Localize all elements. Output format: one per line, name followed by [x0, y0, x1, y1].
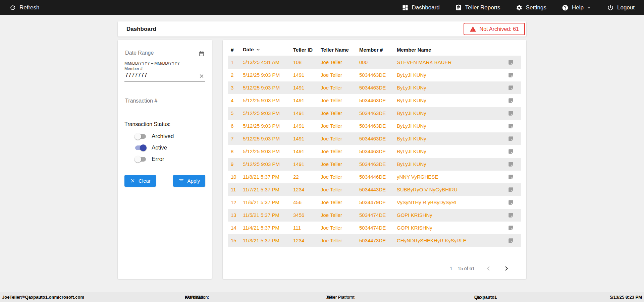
- cell-teller-id: 1491: [290, 81, 318, 94]
- next-page-icon[interactable]: [502, 264, 511, 273]
- table-row[interactable]: 8 5/12/25 9:03 PM 1491 Joe Teller 503446…: [228, 145, 521, 158]
- reports-icon: [455, 4, 462, 11]
- table-row[interactable]: 1 5/13/25 4:31 AM 108 Joe Teller 000 STE…: [228, 56, 521, 69]
- cell-teller-name: Joe Teller: [318, 69, 357, 81]
- note-icon[interactable]: [508, 98, 514, 104]
- note-icon[interactable]: [508, 238, 514, 244]
- nav-logout-label: Logout: [617, 4, 635, 11]
- column-header-member-num[interactable]: Member #: [357, 43, 394, 56]
- apply-button[interactable]: Apply: [173, 175, 205, 187]
- nav-settings[interactable]: Settings: [516, 4, 546, 11]
- toggle-error[interactable]: Error: [135, 154, 205, 165]
- note-icon[interactable]: [508, 110, 514, 116]
- table-row[interactable]: 4 5/12/25 9:03 PM 1491 Joe Teller 503446…: [228, 94, 521, 107]
- footer-fi: FI: Qaxpauto1: [474, 295, 497, 300]
- cell-date: 11/3/21 5:37 PM: [240, 234, 290, 247]
- table-row[interactable]: 15 11/3/21 5:37 PM 1234 Joe Teller 50344…: [228, 234, 521, 247]
- nav-logout[interactable]: Logout: [607, 4, 635, 11]
- table-row[interactable]: 12 11/6/21 5:37 PM 456 Joe Teller 503447…: [228, 196, 521, 209]
- note-icon[interactable]: [508, 187, 514, 193]
- toggle-archived[interactable]: Archived: [135, 131, 205, 142]
- refresh-button[interactable]: Refresh: [9, 4, 40, 11]
- filter-actions: Clear Apply: [124, 175, 205, 187]
- table-row[interactable]: 9 5/12/25 9:03 PM 1491 Joe Teller 503446…: [228, 158, 521, 171]
- toggle-switch[interactable]: [135, 133, 147, 140]
- cell-notes: [501, 145, 521, 158]
- cell-teller-id: 1491: [290, 94, 318, 107]
- toggle-active[interactable]: Active: [135, 142, 205, 154]
- calendar-icon[interactable]: [199, 51, 205, 57]
- note-icon[interactable]: [508, 148, 514, 155]
- nav-teller-reports-label: Teller Reports: [465, 4, 500, 11]
- note-icon[interactable]: [508, 59, 514, 65]
- column-header-member-name[interactable]: Member Name: [394, 43, 501, 56]
- cell-member-num: 000: [357, 56, 394, 69]
- cell-row-number: 3: [228, 81, 240, 94]
- topbar: Refresh Dashboard Teller Reports Setting…: [0, 0, 644, 15]
- note-icon[interactable]: [508, 72, 514, 78]
- not-archived-badge[interactable]: Not Archived: 61: [464, 23, 525, 35]
- table-row[interactable]: 14 11/4/21 5:37 PM 111 Joe Teller 503447…: [228, 222, 521, 234]
- table-row[interactable]: 7 5/12/25 9:03 PM 1491 Joe Teller 503446…: [228, 132, 521, 145]
- nav-help[interactable]: Help: [562, 4, 592, 11]
- cell-date: 5/12/25 9:03 PM: [240, 107, 290, 120]
- cell-row-number: 8: [228, 145, 240, 158]
- note-icon[interactable]: [508, 174, 514, 180]
- clear-member-icon[interactable]: [199, 73, 205, 79]
- table-header-row: # Date Teller ID Teller Name Member # Me…: [228, 43, 521, 56]
- footer-platform-label: Teller Platform:: [326, 295, 356, 300]
- nav-help-label: Help: [572, 4, 584, 11]
- cell-member-name: ByLyJI KUNy: [394, 145, 501, 158]
- note-icon[interactable]: [508, 85, 514, 91]
- nav-dashboard[interactable]: Dashboard: [402, 4, 440, 11]
- cell-member-name: ByLyJI KUNy: [394, 120, 501, 132]
- transaction-number-field[interactable]: Transaction #: [124, 96, 205, 107]
- note-icon[interactable]: [508, 123, 514, 129]
- date-range-field[interactable]: Date Range: [124, 48, 205, 59]
- sort-desc-icon[interactable]: [255, 47, 261, 53]
- cell-date: 5/12/25 9:03 PM: [240, 69, 290, 81]
- toggle-switch[interactable]: [135, 144, 147, 151]
- date-range-placeholder: Date Range: [125, 50, 154, 56]
- cell-teller-id: 3456: [290, 209, 318, 222]
- table-row[interactable]: 10 11/8/21 5:37 PM 22 Joe Teller 5034446…: [228, 171, 521, 183]
- column-header-teller-name[interactable]: Teller Name: [318, 43, 357, 56]
- member-number-field[interactable]: 7777777: [124, 71, 205, 82]
- note-icon[interactable]: [508, 161, 514, 167]
- cell-member-name: ByLyJI KUNy: [394, 158, 501, 171]
- column-header-num[interactable]: #: [228, 43, 240, 56]
- table-row[interactable]: 5 5/12/25 9:03 PM 1491 Joe Teller 503446…: [228, 107, 521, 120]
- table-row[interactable]: 2 5/12/25 9:03 PM 1491 Joe Teller 503446…: [228, 69, 521, 81]
- clear-button[interactable]: Clear: [124, 175, 156, 187]
- cell-member-name: GOPI KRISHNy: [394, 222, 501, 234]
- cell-member-name: GOPI KRISHNy: [394, 209, 501, 222]
- cell-teller-id: 1234: [290, 234, 318, 247]
- column-header-teller-id[interactable]: Teller ID: [290, 43, 318, 56]
- note-icon[interactable]: [508, 199, 514, 205]
- cell-teller-name: Joe Teller: [318, 209, 357, 222]
- cell-notes: [501, 209, 521, 222]
- column-header-date[interactable]: Date: [240, 43, 290, 56]
- settings-icon: [516, 4, 523, 11]
- apply-button-label: Apply: [187, 178, 200, 184]
- table-row[interactable]: 3 5/12/25 9:03 PM 1491 Joe Teller 503446…: [228, 81, 521, 94]
- toggle-switch[interactable]: [135, 156, 147, 163]
- cell-date: 5/12/25 9:03 PM: [240, 132, 290, 145]
- status-toggles: Archived Active Error: [124, 131, 205, 165]
- cell-member-num: 5034479DE: [357, 196, 394, 209]
- table-row[interactable]: 13 11/5/21 5:37 PM 3456 Joe Teller 50344…: [228, 209, 521, 222]
- nav-teller-reports[interactable]: Teller Reports: [455, 4, 500, 11]
- note-icon[interactable]: [508, 212, 514, 218]
- cell-row-number: 10: [228, 171, 240, 183]
- note-icon[interactable]: [508, 136, 514, 142]
- cell-teller-id: 1234: [290, 183, 318, 196]
- cell-date: 11/5/21 5:37 PM: [240, 209, 290, 222]
- cell-teller-id: 1491: [290, 69, 318, 81]
- cell-notes: [501, 81, 521, 94]
- table-row[interactable]: 6 5/12/25 9:03 PM 1491 Joe Teller 503446…: [228, 120, 521, 132]
- prev-page-icon[interactable]: [484, 264, 493, 273]
- table-row[interactable]: 11 11/7/21 5:37 PM 1234 Joe Teller 50344…: [228, 183, 521, 196]
- footer-workstation: Workstation: KURRER: [185, 295, 204, 300]
- note-icon[interactable]: [508, 225, 514, 231]
- transaction-number-placeholder: Transaction #: [125, 98, 157, 104]
